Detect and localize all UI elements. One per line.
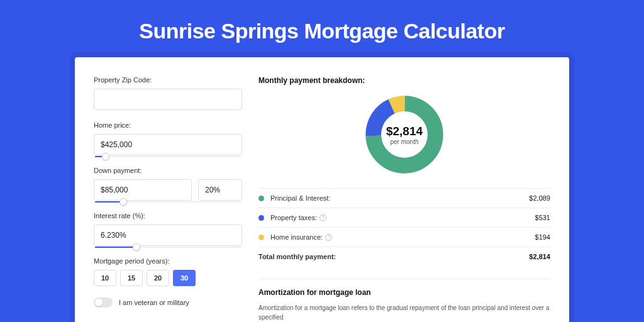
veteran-row: I am veteran or military <box>94 297 242 308</box>
legend-label: Principal & Interest: <box>270 194 529 202</box>
period-label: Mortgage period (years): <box>94 257 242 265</box>
payment-donut-chart: $2,814 per month <box>364 94 445 175</box>
legend-total-label: Total monthly payment: <box>258 253 529 260</box>
period-button-10[interactable]: 10 <box>94 270 116 286</box>
legend-total-row: Total monthly payment:$2,814 <box>258 247 550 266</box>
slider-thumb[interactable] <box>119 198 127 206</box>
legend-row: Property taxes:?$531 <box>258 208 550 228</box>
zip-input[interactable] <box>94 89 242 110</box>
amortization-title: Amortization for mortgage loan <box>258 288 550 297</box>
legend: Principal & Interest:$2,089Property taxe… <box>258 188 550 266</box>
legend-swatch <box>258 235 264 240</box>
legend-label: Home insurance:? <box>270 233 535 241</box>
price-slider[interactable] <box>94 155 242 158</box>
price-field: Home price: <box>94 121 242 155</box>
legend-row: Principal & Interest:$2,089 <box>258 189 550 208</box>
page-title: Sunrise Springs Mortgage Calculator <box>0 0 644 57</box>
help-icon[interactable]: ? <box>319 214 326 221</box>
legend-label: Property taxes:? <box>270 214 535 221</box>
down-label: Down payment: <box>94 167 242 174</box>
rate-field: Interest rate (%): <box>94 212 242 246</box>
price-label: Home price: <box>94 121 242 129</box>
down-slider[interactable] <box>94 201 242 203</box>
calculator-card: Property Zip Code: Home price: Down paym… <box>75 57 569 322</box>
price-input[interactable] <box>94 134 242 155</box>
legend-value: $2,089 <box>529 194 550 202</box>
veteran-toggle[interactable] <box>94 297 113 308</box>
period-button-20[interactable]: 20 <box>147 270 169 286</box>
veteran-label: I am veteran or military <box>119 299 189 306</box>
period-button-15[interactable]: 15 <box>120 270 143 286</box>
rate-label: Interest rate (%): <box>94 212 242 219</box>
donut-sub: per month <box>390 138 418 145</box>
donut-amount: $2,814 <box>386 125 423 138</box>
zip-field: Property Zip Code: <box>94 76 242 110</box>
slider-thumb[interactable] <box>102 153 109 160</box>
amortization-section: Amortization for mortgage loan Amortizat… <box>258 279 550 322</box>
legend-value: $531 <box>535 214 550 221</box>
legend-total-value: $2,814 <box>529 253 550 260</box>
donut-wrap: $2,814 per month <box>258 94 550 175</box>
zip-label: Property Zip Code: <box>94 76 242 84</box>
legend-value: $194 <box>535 233 550 241</box>
down-amount-input[interactable] <box>94 179 192 201</box>
rate-input[interactable] <box>94 225 242 246</box>
down-field: Down payment: <box>94 167 242 201</box>
amortization-body: Amortization for a mortgage loan refers … <box>258 303 550 322</box>
down-pct-input[interactable] <box>198 179 242 201</box>
legend-row: Home insurance:?$194 <box>258 228 550 247</box>
results-panel: Monthly payment breakdown: $2,814 per mo… <box>258 76 550 322</box>
period-button-30[interactable]: 30 <box>173 270 196 286</box>
breakdown-title: Monthly payment breakdown: <box>258 76 550 85</box>
rate-slider[interactable] <box>94 246 242 248</box>
legend-swatch <box>258 215 264 221</box>
help-icon[interactable]: ? <box>325 234 332 241</box>
period-field: Mortgage period (years): 10152030 <box>94 257 242 286</box>
inputs-panel: Property Zip Code: Home price: Down paym… <box>94 76 242 322</box>
legend-swatch <box>258 196 264 201</box>
slider-thumb[interactable] <box>133 243 140 251</box>
